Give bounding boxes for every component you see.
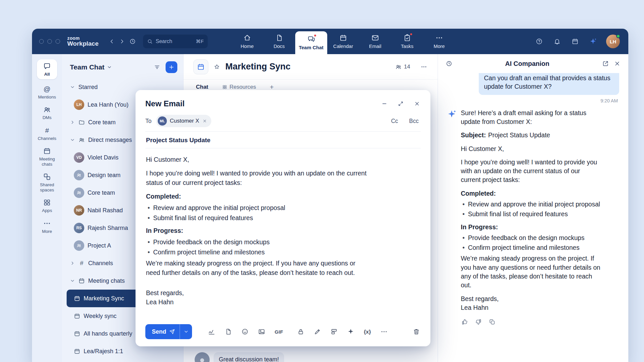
- signature-button[interactable]: [207, 327, 216, 336]
- filter-button[interactable]: [153, 63, 161, 71]
- members-button[interactable]: 14: [393, 63, 412, 70]
- help-button[interactable]: [534, 37, 544, 46]
- message-avatar: [195, 352, 210, 362]
- bell-icon: [554, 38, 561, 45]
- rail-item-apps[interactable]: Apps: [34, 198, 60, 214]
- ai-conversation: Can you draft an email that provides a s…: [438, 73, 628, 362]
- ai-in-progress-list: Provide feedback on the design mockups C…: [461, 234, 601, 252]
- people-icon: [76, 243, 82, 248]
- avatar: NR: [74, 205, 84, 216]
- nav-tab-team-chat[interactable]: Team Chat: [295, 31, 327, 54]
- rail-item-channels[interactable]: # Channels: [34, 126, 60, 142]
- app-rail: All @ Mentions DMs # Channels Meeting ch…: [32, 54, 62, 362]
- calendar-icon: [78, 278, 85, 284]
- plus-icon: [168, 64, 175, 70]
- user-avatar[interactable]: LH: [606, 35, 620, 48]
- close-modal-button[interactable]: [413, 100, 421, 107]
- rail-item-more[interactable]: More: [34, 219, 60, 234]
- recipient-chip[interactable]: ML Customer X: [156, 115, 211, 127]
- minimize-modal-button[interactable]: [381, 100, 388, 107]
- traffic-light-minimize[interactable]: [47, 39, 52, 44]
- edit-button[interactable]: [313, 327, 322, 336]
- nav-tab-more[interactable]: More: [423, 29, 455, 54]
- encrypt-button[interactable]: [297, 327, 305, 336]
- rail-item-dms[interactable]: DMs: [34, 105, 60, 121]
- bullet-item: Confirm project timeline and milestones: [146, 248, 420, 257]
- nav-tab-docs[interactable]: Docs: [263, 29, 295, 54]
- back-button[interactable]: [107, 37, 116, 46]
- layout-icon: [330, 328, 338, 335]
- ai-history-button[interactable]: [445, 60, 453, 68]
- email-completed-heading: Completed:: [146, 192, 420, 201]
- notification-dot: [314, 34, 317, 37]
- traffic-light-close[interactable]: [39, 39, 44, 44]
- tab-chat[interactable]: Chat: [194, 83, 210, 91]
- notifications-button[interactable]: [552, 37, 562, 46]
- rail-item-mentions[interactable]: @ Mentions: [34, 85, 60, 100]
- recipient-row[interactable]: To ML Customer X Cc Bcc: [145, 115, 421, 132]
- compose-more-button[interactable]: [380, 327, 388, 336]
- thumbs-up-button[interactable]: [461, 318, 469, 326]
- new-chat-button[interactable]: [166, 61, 177, 73]
- send-button[interactable]: Send: [145, 324, 180, 339]
- close-icon: [414, 101, 420, 107]
- ai-response: Sure! Here’s a draft email asking for a …: [447, 109, 619, 326]
- traffic-light-zoom[interactable]: [56, 39, 60, 44]
- rail-item-shared-spaces[interactable]: Shared spaces: [34, 173, 60, 193]
- insert-image-button[interactable]: [257, 327, 266, 336]
- history-clock-icon: [446, 60, 452, 67]
- copy-icon: [489, 319, 495, 325]
- copy-response-button[interactable]: [488, 318, 496, 326]
- history-button[interactable]: [128, 37, 137, 46]
- meeting-chat-icon: [74, 330, 80, 337]
- notification-dot: [410, 33, 413, 36]
- message-bubble[interactable]: Great discussion team!: [214, 352, 284, 362]
- email-body-editor[interactable]: Hi Customer X, I hope you’re doing well!…: [145, 148, 421, 319]
- delete-draft-button[interactable]: [412, 327, 421, 336]
- layout-button[interactable]: [330, 327, 338, 336]
- nav-tab-email[interactable]: Email: [359, 29, 391, 54]
- ai-companion-toggle-button[interactable]: [588, 37, 598, 46]
- chevron-down-icon[interactable]: [107, 65, 112, 70]
- star-channel-button[interactable]: [213, 63, 221, 71]
- nav-tab-tasks[interactable]: Tasks: [391, 29, 423, 54]
- gif-button[interactable]: GIF: [274, 328, 284, 335]
- response-feedback-bar: [461, 318, 601, 326]
- calendar-shortcut-button[interactable]: [570, 37, 580, 46]
- emoji-button[interactable]: [241, 327, 249, 336]
- ai-compose-button[interactable]: [346, 327, 355, 336]
- expand-modal-button[interactable]: [397, 100, 404, 107]
- group-avatar: [74, 240, 84, 251]
- template-button[interactable]: [224, 327, 233, 336]
- rail-item-meeting-chats[interactable]: Meeting chats: [34, 147, 60, 167]
- email-signoff: Best regards,: [146, 288, 420, 297]
- thumbs-down-button[interactable]: [475, 318, 482, 326]
- people-icon: [78, 137, 85, 143]
- search-input[interactable]: Search ⌘F: [143, 35, 208, 48]
- remove-recipient-icon[interactable]: [202, 118, 207, 124]
- send-icon: [169, 329, 175, 335]
- ai-response-text: Sure! Here’s a draft email asking for a …: [461, 109, 601, 326]
- nav-tab-home[interactable]: Home: [231, 29, 263, 54]
- send-options-button[interactable]: [180, 324, 192, 339]
- channel-more-button[interactable]: [420, 63, 428, 71]
- logo-workplace-text: Workplace: [67, 40, 99, 47]
- forward-button[interactable]: [118, 37, 127, 46]
- rail-item-all[interactable]: All: [37, 59, 57, 79]
- history-clock-icon: [129, 38, 136, 45]
- nav-tab-calendar[interactable]: Calendar: [327, 29, 359, 54]
- open-external-button[interactable]: [602, 60, 609, 68]
- tab-resources[interactable]: Resources: [220, 83, 258, 91]
- subject-field[interactable]: Project Status Update: [145, 132, 421, 148]
- chevron-left-icon: [108, 38, 115, 45]
- search-placeholder: Search: [156, 38, 172, 44]
- close-ai-panel-button[interactable]: [613, 60, 621, 68]
- logo-zoom-text: zoom: [67, 36, 99, 40]
- bcc-button[interactable]: Bcc: [407, 117, 421, 125]
- zoom-workplace-logo: zoom Workplace: [67, 36, 99, 47]
- document-icon: [275, 34, 283, 42]
- close-icon: [614, 60, 620, 67]
- chevron-down-icon: [70, 84, 75, 90]
- cc-button[interactable]: Cc: [389, 117, 400, 125]
- variables-button[interactable]: {x}: [363, 328, 372, 336]
